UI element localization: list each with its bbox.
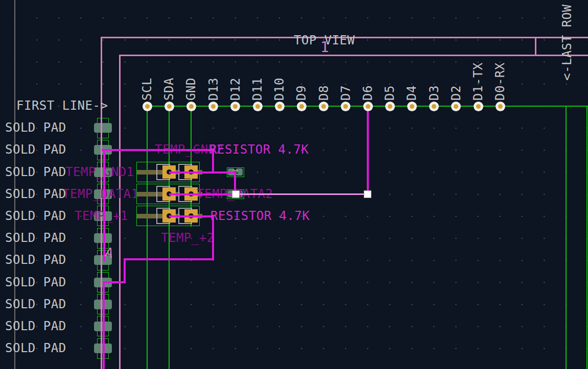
net-label[interactable]: TEMP_+2 [161,231,215,244]
pin-pad-d5[interactable] [385,102,395,111]
trace-temp-data-inner[interactable] [236,193,367,195]
pin-label-d9[interactable]: D9 [295,85,308,101]
trace-temp-gnd[interactable] [169,171,236,174]
pin-pad-d12[interactable] [230,102,240,111]
sold-pad-label[interactable]: SOLD PAD [5,319,66,333]
sold-pad-label[interactable]: SOLD PAD [5,253,66,266]
sold-pad-label[interactable]: SOLD PAD [5,165,66,179]
sold-pad-label[interactable]: SOLD PAD [5,121,66,134]
pcb-canvas: TEMP_GND2TEMP_GND1TEMP_DATA1TEMP_DATA2TE… [0,0,588,369]
first-line-label[interactable]: FIRST LINE-> [16,99,108,112]
trace-temp-plus[interactable] [169,215,214,217]
pin-label-d0-rx[interactable]: D0-RX [493,62,507,101]
silkscreen-line[interactable] [119,55,588,56]
sold-pad-label[interactable]: SOLD PAD [5,276,66,289]
pin-pad-d6[interactable] [363,102,373,111]
pin-pad-d4[interactable] [407,102,417,111]
sold-pad-label[interactable]: SOLD PAD [5,231,66,244]
pin-label-d3[interactable]: D3 [428,85,441,101]
trace-temp-gnd[interactable] [103,149,105,261]
trace-temp-plus[interactable] [125,258,214,260]
pin-pad-gnd[interactable] [186,102,196,111]
trace-temp-plus[interactable] [103,281,105,369]
pin-pad-d7[interactable] [341,102,350,111]
pin-label-d4[interactable]: D4 [405,85,418,101]
trace-junction-node[interactable] [364,190,371,198]
trace-temp-data[interactable] [169,193,236,195]
pin-pad-d13[interactable] [208,102,218,111]
pin-label-d12[interactable]: D12 [229,78,242,101]
last-row-label[interactable]: <-LAST ROW [560,5,574,81]
graphic-line-green[interactable] [147,106,148,369]
solder-pad[interactable] [94,123,112,133]
net-label[interactable]: TEMP_DATA1 [62,187,139,201]
pin-pad-d1-tx[interactable] [474,102,483,111]
silkscreen-line[interactable] [535,37,536,56]
pin-pad-d8[interactable] [319,102,328,111]
pin-label-d8[interactable]: D8 [317,85,331,101]
pin-label-d2[interactable]: D2 [450,85,463,101]
solder-pad[interactable] [94,233,112,243]
trace-temp-plus[interactable] [124,258,126,283]
pin-label-d7[interactable]: D7 [339,85,352,101]
trace-junction-node[interactable] [232,190,240,198]
pin-pad-d11[interactable] [253,102,263,111]
graphic-line-green[interactable] [586,106,587,369]
component-value-label[interactable]: RESISTOR 4.7K [210,209,310,223]
trace-temp-gnd[interactable] [102,149,214,151]
sold-pad-label[interactable]: SOLD PAD [5,209,66,223]
sold-pad-label[interactable]: SOLD PAD [5,187,66,201]
net-label[interactable]: TEMP_GND1 [65,165,134,179]
sold-pad-label[interactable]: SOLD PAD [5,143,66,156]
pad-one-marker[interactable]: 1 [320,41,329,54]
trace-temp-plus[interactable] [103,281,126,283]
trace-temp-data[interactable] [367,106,369,195]
pin-label-sda[interactable]: SDA [162,78,176,101]
pin-pad-d2[interactable] [451,102,461,111]
pin-label-d5[interactable]: D5 [383,85,396,101]
pin-label-d1-tx[interactable]: D1-TX [472,62,485,101]
sold-pad-label[interactable]: SOLD PAD [5,298,66,311]
component-value-label[interactable]: RESISTOR 4.7K [209,143,309,156]
pin-label-d6[interactable]: D6 [361,85,374,101]
pin-label-gnd[interactable]: GND [184,78,198,101]
pin-pad-d0-rx[interactable] [496,102,505,111]
sold-pad-label[interactable]: SOLD PAD [5,341,66,355]
pin-pad-sda[interactable] [164,102,174,111]
pin-pad-d3[interactable] [429,102,439,111]
pin-label-d13[interactable]: D13 [207,78,220,101]
net-label[interactable]: TEMP_+1 [75,209,128,223]
pin-label-d11[interactable]: D11 [251,78,264,101]
pin-label-scl[interactable]: SCL [140,78,154,101]
smd-fab-mark [232,170,238,171]
pin-pad-d10[interactable] [275,102,285,111]
graphic-line-green[interactable] [566,106,567,369]
sheet-frame-line [14,0,15,369]
pin-pad-d9[interactable] [297,102,307,111]
pin-pad-scl[interactable] [143,102,152,111]
pin-label-d10[interactable]: D10 [273,78,286,101]
